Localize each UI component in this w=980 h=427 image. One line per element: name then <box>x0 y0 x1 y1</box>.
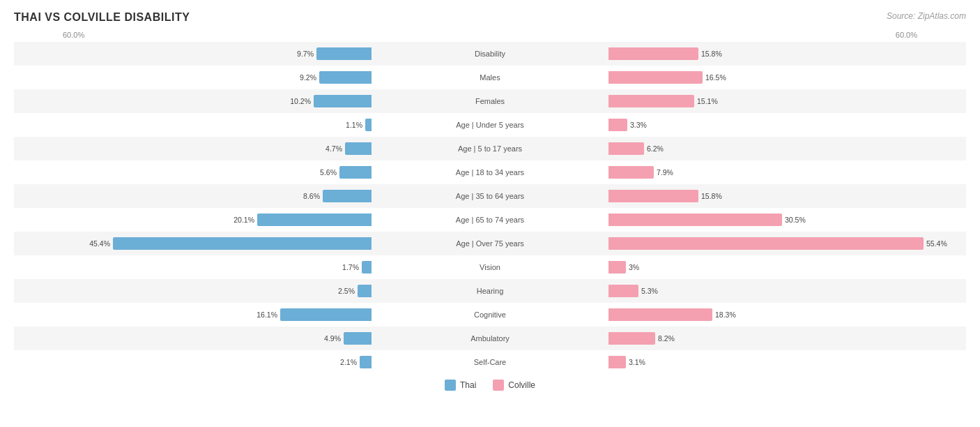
axis-labels: 60.0% 60.0% <box>14 31 966 39</box>
left-value: 4.7% <box>326 144 342 153</box>
chart-row: 9.2% Males 16.5% <box>14 66 966 89</box>
blue-bar-group: 8.6% <box>323 188 372 204</box>
chart-row: 9.7% Disability 15.8% <box>14 42 966 66</box>
left-value: 16.1% <box>257 310 277 319</box>
blue-bar <box>339 166 372 179</box>
pink-bar-group: 7.9% <box>608 165 654 180</box>
chart-area: 9.7% Disability 15.8% <box>14 42 966 374</box>
axis-right-label: 60.0% <box>896 31 917 39</box>
left-section: 2.1% <box>14 354 427 370</box>
row-label: Cognitive <box>427 310 553 319</box>
pink-bar <box>608 285 638 297</box>
thai-color-swatch <box>445 380 456 391</box>
right-value: 18.3% <box>715 310 736 319</box>
left-value: 2.5% <box>338 287 355 295</box>
left-value: 1.7% <box>342 263 359 271</box>
pink-bar <box>608 142 644 155</box>
bars-wrapper: 45.4% Age | Over 75 years 55.4% <box>14 232 966 255</box>
blue-bar <box>257 214 372 226</box>
pink-bar-group: 16.5% <box>608 70 703 85</box>
left-value: 45.4% <box>89 239 110 248</box>
blue-bar <box>345 142 372 155</box>
left-section: 5.6% <box>14 165 427 180</box>
chart-row: 1.7% Vision 3% <box>14 255 966 279</box>
right-section: 6.2% <box>553 141 966 156</box>
row-label: Age | 18 to 34 years <box>427 168 553 177</box>
row-label: Age | 5 to 17 years <box>427 144 553 153</box>
page-wrapper: Thai vs Colville Disability Source: ZipA… <box>14 11 966 391</box>
left-section: 4.9% <box>14 331 427 346</box>
right-value: 3.3% <box>630 121 647 129</box>
chart-row: 10.2% Females 15.1% <box>14 89 966 113</box>
pink-bar <box>608 237 924 250</box>
left-value: 10.2% <box>290 97 311 105</box>
chart-row: 8.6% Age | 35 to 64 years 15.8% <box>14 184 966 208</box>
colville-color-swatch <box>493 380 504 391</box>
pink-bar <box>608 308 712 321</box>
row-label: Vision <box>427 263 553 271</box>
left-section: 20.1% <box>14 212 427 227</box>
right-value: 6.2% <box>647 144 664 153</box>
right-value: 7.9% <box>657 168 673 177</box>
left-section: 2.5% <box>14 283 427 299</box>
row-label: Hearing <box>427 287 553 295</box>
pink-bar <box>608 261 626 274</box>
blue-bar-group: 9.7% <box>316 46 372 61</box>
pink-bar-group: 8.2% <box>608 331 655 346</box>
row-label: Age | 65 to 74 years <box>427 216 553 224</box>
blue-bar-group: 16.1% <box>280 307 372 322</box>
blue-bar <box>365 119 372 131</box>
blue-bar-group: 2.1% <box>360 354 372 370</box>
right-value: 16.5% <box>705 73 726 82</box>
legend: Thai Colville <box>14 380 966 391</box>
left-section: 45.4% <box>14 236 427 251</box>
row-label: Ambulatory <box>427 334 553 343</box>
right-value: 5.3% <box>641 287 658 295</box>
right-value: 15.8% <box>701 50 722 58</box>
legend-colville: Colville <box>493 380 535 391</box>
right-section: 30.5% <box>553 212 966 227</box>
right-value: 8.2% <box>658 334 675 343</box>
blue-bar <box>319 71 372 84</box>
left-section: 16.1% <box>14 307 427 322</box>
blue-bar-group: 4.9% <box>344 331 372 346</box>
right-value: 30.5% <box>785 216 806 224</box>
blue-bar-group: 9.2% <box>319 70 372 85</box>
right-section: 8.2% <box>553 331 966 346</box>
bars-wrapper: 16.1% Cognitive 18.3% <box>14 303 966 327</box>
right-section: 15.8% <box>553 46 966 61</box>
left-value: 9.7% <box>297 50 314 58</box>
header: Thai vs Colville Disability Source: ZipA… <box>14 11 966 24</box>
blue-bar <box>344 332 372 345</box>
blue-bar <box>358 285 372 297</box>
pink-bar-group: 15.1% <box>608 93 694 109</box>
right-value: 3.1% <box>629 358 645 366</box>
pink-bar <box>608 119 627 131</box>
blue-bar-group: 5.6% <box>339 165 372 180</box>
blue-bar-group: 10.2% <box>314 93 372 109</box>
right-value: 3% <box>629 263 639 271</box>
left-section: 9.2% <box>14 70 427 85</box>
chart-row: 4.9% Ambulatory 8.2% <box>14 327 966 350</box>
right-value: 15.8% <box>701 192 722 200</box>
bars-wrapper: 10.2% Females 15.1% <box>14 89 966 113</box>
left-value: 9.2% <box>300 73 316 82</box>
pink-bar <box>608 356 626 368</box>
pink-bar <box>608 214 782 226</box>
pink-bar-group: 3.3% <box>608 117 627 133</box>
left-value: 20.1% <box>233 216 254 224</box>
chart-row: 16.1% Cognitive 18.3% <box>14 303 966 327</box>
blue-bar-group: 45.4% <box>113 236 372 251</box>
left-value: 8.6% <box>303 192 320 200</box>
pink-bar <box>608 166 654 179</box>
bars-wrapper: 20.1% Age | 65 to 74 years 30.5% <box>14 208 966 232</box>
bars-wrapper: 9.7% Disability 15.8% <box>14 42 966 66</box>
bars-wrapper: 4.9% Ambulatory 8.2% <box>14 327 966 350</box>
right-section: 5.3% <box>553 283 966 299</box>
bars-wrapper: 2.1% Self-Care 3.1% <box>14 350 966 374</box>
pink-bar-group: 6.2% <box>608 141 644 156</box>
blue-bar <box>314 95 372 107</box>
legend-thai: Thai <box>445 380 476 391</box>
right-section: 15.8% <box>553 188 966 204</box>
blue-bar-group: 4.7% <box>345 141 372 156</box>
